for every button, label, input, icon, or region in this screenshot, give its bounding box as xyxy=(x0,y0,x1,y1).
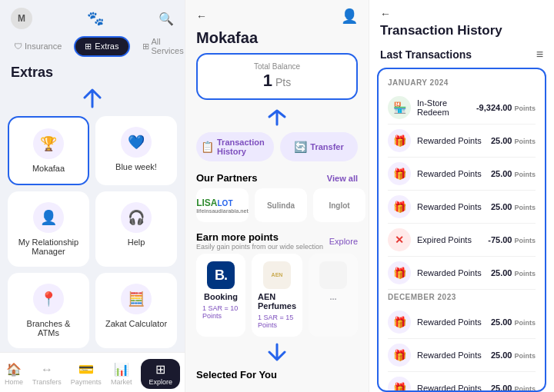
pts-unit: Points xyxy=(514,138,536,145)
rewarded-points-icon: 🎁 xyxy=(388,377,411,392)
table-row[interactable]: 🎁 Rewarded Points 25.00 Points xyxy=(379,191,545,223)
payments-icon: 💳 xyxy=(78,362,94,377)
mokafaa-label: Mokafaa xyxy=(32,164,65,173)
partner-inglot[interactable]: Inglot xyxy=(313,188,365,222)
rewarded-points-name-6: Rewarded Points xyxy=(417,350,485,360)
selected-for-you-section: Selected For You xyxy=(185,366,369,384)
table-row[interactable]: 🎁 Rewarded Points 25.00 Points xyxy=(379,339,545,371)
transfer-tab-label: Transfer xyxy=(310,142,343,151)
bottom-nav-explore[interactable]: ⊞ Explore xyxy=(141,359,180,389)
pts-unit: Points xyxy=(514,105,536,112)
pts-unit: Points xyxy=(514,237,536,244)
booking-logo: B. xyxy=(207,261,235,289)
tab-transfer[interactable]: 🔄 Transfer xyxy=(280,132,358,161)
panel3-header: ← xyxy=(369,0,554,23)
balance-box: Total Balance 1 Pts xyxy=(196,53,358,100)
extra-card-mokafaa[interactable]: 🏆 Mokafaa xyxy=(8,116,89,185)
partners-row: LISALOT lifeinsaudiarabia.net Sulinda In… xyxy=(185,188,369,228)
balance-unit: Pts xyxy=(275,76,291,88)
table-row[interactable]: 🎁 Rewarded Points 25.00 Points xyxy=(379,372,545,392)
bottom-nav-payments[interactable]: 💳 Payments xyxy=(71,362,102,386)
table-row[interactable]: ✕ Expired Points -75.00 Points xyxy=(379,224,545,256)
insurance-icon: 🛡 xyxy=(14,42,22,51)
aen-logo: AEN xyxy=(263,261,291,289)
relationship-manager-label: My Relationship Manager xyxy=(15,238,82,256)
extra-card-branches[interactable]: 📍 Branches & ATMs xyxy=(8,273,89,348)
extra-card-blue-week[interactable]: 💙 Blue week! xyxy=(95,116,177,185)
payments-label: Payments xyxy=(71,378,102,386)
pts-unit: Points xyxy=(514,319,536,327)
explore-link[interactable]: Explore xyxy=(329,237,358,246)
bottom-nav-transfers[interactable]: ↔️ Transfers xyxy=(32,363,62,386)
search-icon[interactable]: 🔍 xyxy=(159,12,174,26)
partners-section-header: Our Partners View all xyxy=(185,169,369,188)
table-row[interactable]: 🎁 Rewarded Points 25.00 Points xyxy=(379,257,545,289)
pts-unit: Points xyxy=(514,385,536,392)
help-icon: 🎧 xyxy=(121,202,152,233)
rewarded-points-name-1: Rewarded Points xyxy=(417,136,485,145)
pts-unit: Points xyxy=(514,352,536,360)
selected-for-you-title: Selected For You xyxy=(196,369,358,380)
tab-all-services[interactable]: ⊞ All Services xyxy=(136,34,185,58)
transfers-label: Transfers xyxy=(32,378,62,386)
table-row[interactable]: 🎁 Rewarded Points 25.00 Points xyxy=(379,158,545,190)
extra-card-relationship-manager[interactable]: 👤 My Relationship Manager xyxy=(8,191,89,267)
transactions-container: JANUARY 2024 🏪 In-Store Redeem -9,324.00… xyxy=(377,68,546,392)
earn-card-aen[interactable]: AEN AEN Perfumes 1 SAR = 15 Points xyxy=(252,254,302,337)
blue-week-label: Blue week! xyxy=(115,162,157,171)
branches-label: Branches & ATMs xyxy=(15,319,82,337)
pts-unit: Points xyxy=(514,171,536,178)
earn-more-title: Earn more points xyxy=(196,231,323,243)
earn-card-more[interactable]: ... xyxy=(309,254,358,337)
arrow-up-to-tab xyxy=(81,88,104,110)
lisa-lot-text: LOT xyxy=(218,199,233,208)
earn-more-section: Earn more points Easily gain points from… xyxy=(185,228,369,341)
lisa-green-text: LISA xyxy=(196,198,217,208)
transfer-tab-icon: 🔄 xyxy=(294,141,307,153)
extra-card-zakat[interactable]: 🧮 Zakat Calculator xyxy=(95,273,177,348)
tab-insurance[interactable]: 🛡 Insurance xyxy=(8,38,68,54)
rewarded-points-name-7: Rewarded Points xyxy=(417,384,485,392)
transaction-history-title: Transaction History xyxy=(369,23,554,45)
nav-tabs: 🛡 Insurance ⊞ Extras ⊞ All Services xyxy=(0,34,185,65)
last-transactions-header: Last Transactions ≡ xyxy=(369,45,554,68)
action-tabs: 📋 Transaction History 🔄 Transfer xyxy=(185,132,369,169)
home-label: Home xyxy=(5,378,23,386)
tab-extras[interactable]: ⊞ Extras xyxy=(74,36,129,57)
tab-transaction-history[interactable]: 📋 Transaction History xyxy=(196,132,274,161)
bottom-nav-home[interactable]: 🏠 Home xyxy=(5,362,23,386)
partners-section-label: Our Partners xyxy=(196,172,257,184)
loyalty-icon: 🐾 xyxy=(87,10,104,27)
rewarded-points-name-3: Rewarded Points xyxy=(417,202,485,211)
tab-all-services-label: All Services xyxy=(152,37,184,55)
back-arrow-icon[interactable]: ← xyxy=(196,10,207,22)
panel2-header: ← 👤 xyxy=(185,0,369,29)
profile-icon[interactable]: 👤 xyxy=(341,8,358,25)
view-all-link[interactable]: View all xyxy=(327,174,358,183)
zakat-label: Zakat Calculator xyxy=(105,319,167,328)
extras-icon: ⊞ xyxy=(85,42,92,51)
extra-card-help[interactable]: 🎧 Help xyxy=(95,191,177,267)
all-services-icon: ⊞ xyxy=(142,42,149,51)
rewarded-points-name-4: Rewarded Points xyxy=(417,268,485,277)
arrow-up-to-balance xyxy=(265,109,289,128)
back-arrow-icon-p3[interactable]: ← xyxy=(380,8,391,20)
partner-lisa[interactable]: LISALOT lifeinsaudiarabia.net xyxy=(196,188,249,222)
table-row[interactable]: 🎁 Rewarded Points 25.00 Points xyxy=(379,125,545,157)
partner-sulinda[interactable]: Sulinda xyxy=(255,188,307,222)
history-tab-icon: 📋 xyxy=(201,141,214,153)
rewarded-points-amount-4: 25.00 Points xyxy=(491,268,536,277)
help-label: Help xyxy=(128,238,145,247)
booking-rate: 1 SAR = 10 Points xyxy=(202,304,239,320)
inglot-name: Inglot xyxy=(329,201,349,210)
rewarded-points-name-5: Rewarded Points xyxy=(417,317,485,327)
filter-icon[interactable]: ≡ xyxy=(536,48,543,61)
pts-unit: Points xyxy=(514,204,536,211)
aen-name: AEN Perfumes xyxy=(258,292,296,311)
instore-redeem-icon: 🏪 xyxy=(388,96,411,119)
table-row[interactable]: 🏪 In-Store Redeem -9,324.00 Points xyxy=(379,91,545,124)
table-row[interactable]: 🎁 Rewarded Points 25.00 Points xyxy=(379,306,545,338)
bottom-nav-market[interactable]: 📊 Market xyxy=(111,362,132,386)
more-logo-placeholder xyxy=(319,261,347,289)
earn-card-booking[interactable]: B. Booking 1 SAR = 10 Points xyxy=(196,254,245,337)
